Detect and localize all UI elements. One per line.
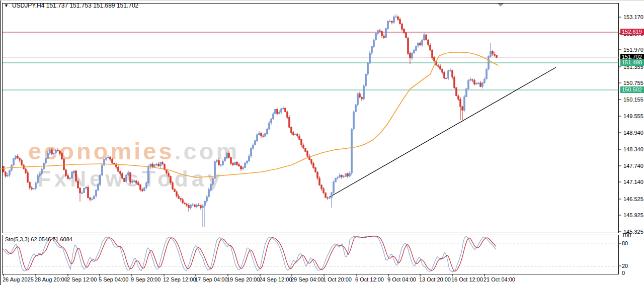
price-badge: 151.498 (620, 59, 644, 66)
chart-title-text: USDJPY,H4 151.737 151.753 151.689 151.70… (12, 2, 138, 9)
stochastic-label: Sto(5,3,3) 62.0546 71.6084 (5, 236, 72, 242)
main-chart-pane[interactable] (2, 3, 619, 233)
chart-menu-icon: ▼ (4, 3, 9, 8)
chart-window: ▼USDJPY,H4 151.737 151.753 151.689 151.7… (0, 0, 644, 285)
price-badge: 150.502 (620, 86, 644, 93)
price-badge: 152.619 (620, 29, 644, 35)
chart-title: ▼USDJPY,H4 151.737 151.753 151.689 151.7… (4, 2, 138, 9)
stochastic-pane[interactable] (2, 235, 619, 274)
price-axis[interactable] (619, 3, 644, 274)
time-axis[interactable] (2, 274, 619, 284)
